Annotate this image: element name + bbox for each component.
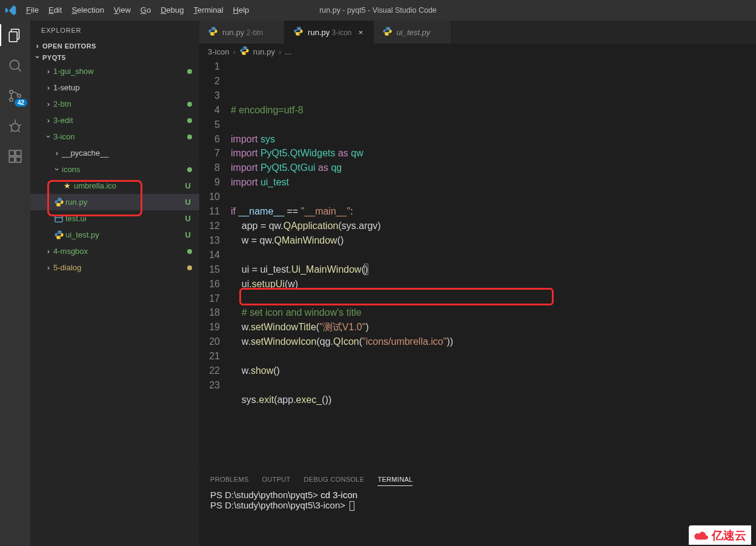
python-icon <box>208 26 218 38</box>
open-editors-header[interactable]: ›OPEN EDITORS <box>30 40 199 52</box>
terminal-cursor <box>350 501 354 511</box>
svg-point-6 <box>18 94 21 97</box>
tree-item-label: test.ui <box>65 214 185 223</box>
tree-item-2-btn[interactable]: ›2-btn <box>30 96 199 112</box>
code-line-15[interactable]: # set icon and window's title <box>231 305 756 320</box>
ui-file-icon <box>52 214 65 224</box>
git-modified-dot <box>187 265 192 270</box>
panel-tab-terminal[interactable]: TERMINAL <box>377 476 413 486</box>
tree-item-run-py[interactable]: run.pyU <box>30 194 199 210</box>
code-line-14[interactable] <box>231 291 756 306</box>
code-line-3[interactable]: import sys <box>231 132 756 147</box>
code-line-20[interactable] <box>231 378 756 393</box>
close-icon[interactable]: × <box>356 28 366 37</box>
panel-tab-output[interactable]: OUTPUT <box>262 476 291 486</box>
debug-icon[interactable] <box>7 118 24 135</box>
git-modified-dot <box>187 102 192 107</box>
editor-tab-run-py[interactable]: run.py 2-btn× <box>199 21 285 44</box>
code-line-8[interactable]: if __name__ == "__main__": <box>231 204 756 219</box>
search-icon[interactable] <box>7 57 24 74</box>
menu-view[interactable]: View <box>109 0 136 21</box>
breadcrumb-more[interactable]: ... <box>285 47 291 56</box>
code-line-18[interactable] <box>231 349 756 364</box>
menu-debug[interactable]: Debug <box>156 0 188 21</box>
panel-tab-debug-console[interactable]: DEBUG CONSOLE <box>304 476 365 486</box>
code-line-17[interactable]: w.setWindowIcon(qg.QIcon("icons/umbrella… <box>231 335 756 349</box>
star-icon: ★ <box>61 181 74 190</box>
titlebar: File Edit Selection View Go Debug Termin… <box>0 0 756 21</box>
code-line-12[interactable]: ui = ui_test.Ui_MainWindow() <box>231 262 756 277</box>
code-line-10[interactable]: w = qw.QMainWindow() <box>231 233 756 248</box>
menu-help[interactable]: Help <box>228 0 254 21</box>
code-line-5[interactable]: import PyQt5.QtGui as qg <box>231 161 756 175</box>
code-line-22[interactable] <box>231 407 756 422</box>
tree-item-3-icon[interactable]: ›3-icon <box>30 128 199 145</box>
editor-tab-ui_test-py[interactable]: ui_test.py× <box>374 21 453 44</box>
code-line-16[interactable]: w.setWindowTitle("测试V1.0") <box>231 320 756 335</box>
code-line-21[interactable]: sys.exit(app.exec_()) <box>231 393 756 407</box>
git-modified-dot <box>187 167 192 172</box>
extensions-icon[interactable] <box>7 148 24 165</box>
svg-line-12 <box>18 130 19 132</box>
code-line-7[interactable] <box>231 190 756 204</box>
project-root-header[interactable]: ›PYQT5 <box>30 52 199 63</box>
tree-item-label: 3-icon <box>53 132 187 141</box>
tree-item-label: __pycache__ <box>62 148 199 158</box>
svg-rect-16 <box>16 150 21 156</box>
source-control-icon[interactable]: 42 <box>7 87 24 104</box>
tree-item-1-setup[interactable]: ›1-setup <box>30 79 199 96</box>
git-modified-dot <box>187 135 192 139</box>
tree-item-label: 4-msgbox <box>53 247 187 256</box>
editor-tab-run-py[interactable]: run.py 3-icon× <box>285 21 373 44</box>
code-body[interactable]: # encoding=utf-8 import sysimport PyQt5.… <box>231 59 756 470</box>
code-line-6[interactable]: import ui_test <box>231 175 756 190</box>
code-line-1[interactable]: # encoding=utf-8 <box>231 103 756 118</box>
breadcrumb-file[interactable]: run.py <box>253 47 275 56</box>
menu-edit[interactable]: Edit <box>44 0 67 21</box>
tab-label: run.py 3-icon <box>308 28 351 37</box>
svg-line-3 <box>18 68 21 71</box>
tree-item-ui-test-py[interactable]: ui_test.pyU <box>30 227 199 243</box>
tree-item-test-ui[interactable]: test.uiU <box>30 210 199 227</box>
svg-point-5 <box>10 98 13 101</box>
tree-item-icons[interactable]: ›icons <box>30 161 199 178</box>
tree-item-4-msgbox[interactable]: ›4-msgbox <box>30 243 199 259</box>
breadcrumb-folder[interactable]: 3-icon <box>208 47 229 56</box>
tree-item-5-dialog[interactable]: ›5-dialog <box>30 259 199 276</box>
code-line-4[interactable]: import PyQt5.QtWidgets as qw <box>231 146 756 161</box>
code-editor[interactable]: 1234567891011121314151617181920212223 # … <box>199 59 756 470</box>
git-modified-dot <box>187 69 192 74</box>
menu-go[interactable]: Go <box>136 0 156 21</box>
python-icon <box>293 26 303 38</box>
code-line-13[interactable]: ui.setupUi(w) <box>231 277 756 291</box>
tree-item-umbrella-ico[interactable]: ★umbrella.icoU <box>30 178 199 194</box>
code-line-19[interactable]: w.show() <box>231 364 756 378</box>
python-icon <box>239 45 250 58</box>
tree-item---pycache--[interactable]: ›__pycache__ <box>30 145 199 161</box>
scm-badge: 42 <box>15 99 27 107</box>
code-line-23[interactable] <box>231 422 756 436</box>
tree-item-3-edit[interactable]: ›3-edit <box>30 112 199 128</box>
menu-file[interactable]: File <box>21 0 44 21</box>
editor-tabs: run.py 2-btn×run.py 3-icon×ui_test.py× <box>199 21 756 44</box>
menu-selection[interactable]: Selection <box>67 0 108 21</box>
code-line-9[interactable]: app = qw.QApplication(sys.argv) <box>231 219 756 233</box>
python-icon <box>382 26 393 38</box>
svg-rect-15 <box>16 157 21 162</box>
terminal[interactable]: PS D:\study\python\pyqt5> cd 3-icon PS D… <box>199 490 756 546</box>
code-line-11[interactable] <box>231 248 756 262</box>
tree-item-label: 2-btn <box>53 99 187 108</box>
tree-item-1-gui-show[interactable]: ›1-gui_show <box>30 63 199 79</box>
breadcrumb[interactable]: 3-icon› run.py› ... <box>199 44 756 59</box>
panel-tab-problems[interactable]: PROBLEMS <box>210 476 249 486</box>
menu-bar: File Edit Selection View Go Debug Termin… <box>21 0 254 21</box>
explorer-icon[interactable] <box>7 27 24 44</box>
bottom-panel: PROBLEMS OUTPUT DEBUG CONSOLE TERMINAL P… <box>199 470 756 546</box>
explorer-title: EXPLORER <box>30 21 199 40</box>
svg-point-4 <box>10 90 13 93</box>
tab-label: ui_test.py <box>397 28 431 37</box>
menu-terminal[interactable]: Terminal <box>188 0 228 21</box>
git-untracked-badge: U <box>185 198 191 207</box>
svg-rect-17 <box>55 215 62 222</box>
code-line-2[interactable] <box>231 118 756 132</box>
